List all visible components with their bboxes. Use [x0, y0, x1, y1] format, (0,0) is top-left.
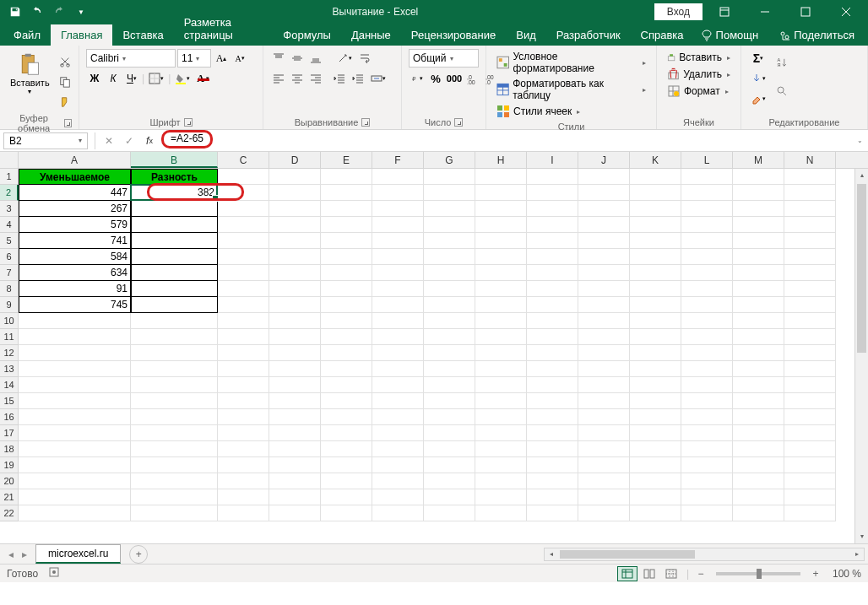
increase-indent-icon[interactable]	[350, 69, 366, 88]
cell[interactable]	[578, 313, 630, 329]
cell[interactable]	[321, 185, 372, 201]
insert-cells-button[interactable]: Вставить▸	[664, 49, 734, 66]
cell[interactable]	[784, 393, 836, 409]
ribbon-options-icon[interactable]	[706, 0, 743, 24]
cell[interactable]	[218, 345, 269, 361]
cell[interactable]: 741	[19, 233, 131, 249]
cell[interactable]	[527, 265, 578, 281]
cell[interactable]	[733, 217, 784, 233]
cell[interactable]	[218, 329, 269, 345]
cell[interactable]	[131, 441, 218, 457]
tab-insert[interactable]: Вставка	[112, 24, 173, 46]
cell[interactable]	[19, 345, 131, 361]
cell[interactable]	[372, 425, 424, 441]
cell[interactable]	[475, 169, 527, 185]
cell[interactable]	[321, 217, 372, 233]
cell[interactable]	[527, 217, 578, 233]
cell[interactable]	[475, 281, 527, 297]
cell[interactable]	[784, 489, 836, 505]
cell[interactable]	[19, 473, 131, 489]
cell[interactable]	[784, 377, 836, 393]
cell[interactable]	[578, 377, 630, 393]
cell[interactable]	[578, 409, 630, 425]
cell[interactable]	[321, 265, 372, 281]
cell[interactable]	[218, 297, 269, 313]
cell[interactable]	[681, 185, 733, 201]
cell[interactable]	[218, 489, 269, 505]
cell[interactable]	[218, 265, 269, 281]
expand-formula-bar-icon[interactable]: ⌄	[851, 137, 868, 144]
minimize-icon[interactable]	[746, 0, 784, 24]
font-launcher[interactable]	[184, 118, 193, 127]
cell[interactable]	[475, 489, 527, 505]
cell[interactable]	[733, 457, 784, 473]
cell[interactable]	[578, 297, 630, 313]
cell[interactable]	[527, 185, 578, 201]
cell[interactable]	[733, 281, 784, 297]
cell[interactable]	[630, 281, 681, 297]
cell[interactable]	[321, 441, 372, 457]
cell[interactable]	[424, 313, 475, 329]
cell[interactable]	[131, 249, 218, 265]
cell[interactable]	[681, 233, 733, 249]
cell[interactable]	[269, 441, 321, 457]
cell[interactable]	[424, 297, 475, 313]
cell[interactable]	[784, 505, 836, 521]
cell[interactable]	[784, 409, 836, 425]
cell[interactable]	[630, 297, 681, 313]
bold-button[interactable]: Ж	[86, 69, 103, 88]
cell[interactable]	[733, 377, 784, 393]
cell[interactable]	[475, 393, 527, 409]
cell[interactable]	[733, 297, 784, 313]
save-icon[interactable]	[5, 2, 25, 22]
cell[interactable]	[218, 409, 269, 425]
cell[interactable]	[630, 377, 681, 393]
cell[interactable]	[681, 329, 733, 345]
cell[interactable]	[372, 409, 424, 425]
cell[interactable]	[681, 473, 733, 489]
cell[interactable]	[321, 201, 372, 217]
cell[interactable]	[19, 329, 131, 345]
cells-area[interactable]: УменьшаемоеРазность447382267579741584634…	[19, 169, 868, 521]
cell[interactable]	[424, 329, 475, 345]
cell[interactable]	[527, 169, 578, 185]
cell[interactable]	[681, 393, 733, 409]
cell[interactable]	[733, 265, 784, 281]
share-button[interactable]: Поделиться	[772, 24, 861, 46]
cell[interactable]	[269, 361, 321, 377]
cell[interactable]	[578, 425, 630, 441]
tab-home[interactable]: Главная	[51, 24, 112, 46]
cell[interactable]	[218, 441, 269, 457]
cell[interactable]	[630, 265, 681, 281]
cell[interactable]	[733, 489, 784, 505]
cell[interactable]	[131, 489, 218, 505]
cell[interactable]	[131, 345, 218, 361]
underline-button[interactable]: Ч▾	[123, 69, 140, 88]
autosum-icon[interactable]: Σ▾	[748, 49, 768, 68]
cell[interactable]	[372, 377, 424, 393]
cell[interactable]	[372, 201, 424, 217]
row-header[interactable]: 7	[0, 265, 19, 281]
cell[interactable]	[321, 361, 372, 377]
cell[interactable]	[19, 505, 131, 521]
cell[interactable]	[475, 457, 527, 473]
row-header[interactable]: 3	[0, 201, 19, 217]
cell[interactable]	[424, 201, 475, 217]
cell[interactable]: Разность	[131, 169, 218, 185]
cell[interactable]	[578, 233, 630, 249]
cell[interactable]	[527, 377, 578, 393]
tab-view[interactable]: Вид	[506, 24, 546, 46]
sheet-next-icon[interactable]: ▸	[19, 548, 30, 560]
cell[interactable]	[578, 201, 630, 217]
cancel-formula-icon[interactable]: ✕	[99, 132, 119, 149]
close-icon[interactable]	[827, 0, 865, 24]
cell[interactable]	[269, 169, 321, 185]
cell[interactable]	[372, 185, 424, 201]
cell[interactable]	[475, 505, 527, 521]
cell[interactable]	[578, 489, 630, 505]
vscroll-thumb[interactable]	[857, 184, 866, 353]
cell[interactable]	[321, 505, 372, 521]
row-header[interactable]: 4	[0, 217, 19, 233]
cell[interactable]	[321, 393, 372, 409]
cell[interactable]	[578, 361, 630, 377]
